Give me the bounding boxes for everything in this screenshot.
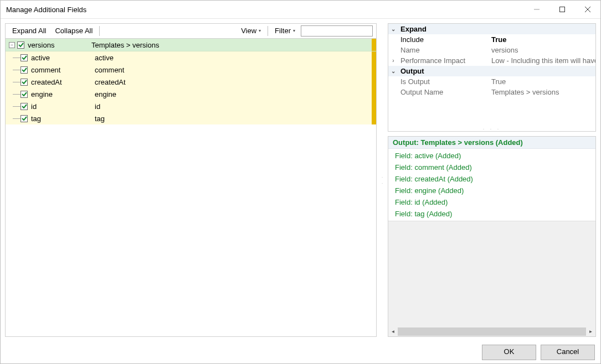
summary-list: Field: active (Added)Field: comment (Add… — [388, 149, 595, 221]
minimize-button[interactable] — [524, 1, 549, 18]
chevron-down-icon: ⌄ — [391, 66, 395, 76]
maximize-icon — [559, 7, 565, 12]
expand-all-button[interactable]: Expand All — [9, 25, 49, 37]
property-row-include[interactable]: Include True — [388, 34, 595, 45]
selection-accent — [372, 112, 376, 124]
checkbox[interactable] — [20, 54, 28, 61]
vertical-splitter[interactable]: · · · — [388, 127, 595, 131]
selection-accent — [372, 64, 376, 76]
node-alias: active — [95, 54, 376, 62]
summary-item: Field: engine (Added) — [388, 185, 595, 196]
tree-node-child[interactable]: engineengine — [6, 88, 376, 100]
chevron-right-icon: › — [392, 55, 394, 66]
tree-toolbar: Expand All Collapse All View ▾ Filter ▾ — [6, 24, 376, 39]
selection-accent — [372, 76, 376, 88]
maximize-button[interactable] — [549, 1, 575, 18]
node-name: createdAt — [31, 78, 62, 86]
property-row-is-output[interactable]: Is Output True — [388, 76, 595, 87]
node-name: versions — [28, 41, 54, 49]
window-title: Manage Additional Fields — [6, 6, 524, 14]
dialog-window: Manage Additional Fields Expand All Coll… — [0, 0, 601, 364]
selection-accent — [372, 88, 376, 100]
collapse-all-button[interactable]: Collapse All — [52, 25, 96, 37]
node-name: active — [31, 54, 50, 62]
node-alias: tag — [95, 115, 376, 123]
checkbox[interactable] — [20, 115, 28, 122]
summary-item: Field: comment (Added) — [388, 162, 595, 173]
node-alias: engine — [95, 90, 376, 98]
search-input[interactable] — [301, 25, 373, 37]
ok-button[interactable]: OK — [482, 345, 536, 360]
horizontal-scrollbar[interactable]: ◄ ► — [388, 327, 595, 336]
selection-accent — [372, 100, 376, 112]
summary-empty-area — [388, 221, 595, 327]
view-dropdown[interactable]: View ▾ — [238, 25, 264, 37]
fields-tree-panel: Expand All Collapse All View ▾ Filter ▾ — [5, 23, 377, 337]
tree-node-child[interactable]: tagtag — [6, 112, 376, 124]
checkbox[interactable] — [20, 66, 28, 74]
tree-node-child[interactable]: idid — [6, 100, 376, 112]
property-row-name[interactable]: Name versions — [388, 45, 595, 55]
tree-children: activeactivecommentcommentcreatedAtcreat… — [6, 51, 376, 124]
tree-line — [13, 94, 20, 95]
checkbox[interactable] — [17, 41, 24, 49]
changes-summary-panel: Output: Templates > versions (Added) Fie… — [388, 136, 596, 337]
selection-accent — [372, 51, 376, 64]
toolbar-separator — [99, 26, 100, 36]
scroll-track[interactable] — [398, 327, 586, 336]
node-name: tag — [31, 115, 41, 123]
property-group-expand[interactable]: ⌄ Expand — [388, 24, 595, 34]
property-row-output-name[interactable]: Output Name Templates > versions — [388, 87, 595, 97]
summary-item: Field: id (Added) — [388, 196, 595, 208]
node-name: comment — [31, 66, 60, 74]
client-area: Expand All Collapse All View ▾ Filter ▾ — [1, 19, 600, 341]
close-button[interactable] — [575, 1, 600, 18]
filter-label: Filter — [275, 25, 291, 37]
chevron-down-icon: ⌄ — [391, 24, 395, 34]
right-column: ⌄ Expand Include True Name versions — [388, 23, 596, 337]
tree-line — [13, 118, 20, 119]
tree-line — [13, 58, 20, 58]
tree-node-child[interactable]: commentcomment — [6, 64, 376, 76]
tree-line — [13, 106, 20, 107]
tree-line — [13, 70, 20, 70]
titlebar: Manage Additional Fields — [1, 1, 600, 19]
filter-dropdown[interactable]: Filter ▾ — [271, 25, 299, 37]
property-grid[interactable]: ⌄ Expand Include True Name versions — [388, 24, 595, 127]
toolbar-separator — [268, 26, 268, 36]
scroll-left-arrow-icon[interactable]: ◄ — [388, 327, 398, 336]
tree-line — [13, 82, 20, 82]
fields-tree[interactable]: − versions Templates > versions activeac… — [6, 39, 376, 336]
scroll-right-arrow-icon[interactable]: ► — [586, 327, 595, 336]
collapse-icon[interactable]: − — [9, 42, 15, 48]
tree-node-child[interactable]: createdAtcreatedAt — [6, 76, 376, 88]
summary-item: Field: tag (Added) — [388, 208, 595, 220]
node-path: Templates > versions — [91, 41, 376, 49]
checkbox[interactable] — [20, 103, 28, 110]
node-alias: id — [95, 102, 376, 111]
view-label: View — [241, 25, 256, 37]
tree-node-root[interactable]: − versions Templates > versions — [6, 39, 376, 51]
property-row-performance-impact[interactable]: › Performance Impact Low - Including thi… — [388, 55, 595, 66]
node-alias: createdAt — [95, 78, 376, 86]
scroll-thumb[interactable] — [398, 327, 586, 336]
checkbox[interactable] — [20, 79, 28, 86]
summary-item: Field: createdAt (Added) — [388, 173, 595, 185]
svg-rect-1 — [560, 7, 565, 12]
summary-header: Output: Templates > versions (Added) — [388, 137, 595, 149]
checkbox[interactable] — [20, 91, 28, 98]
node-name: id — [31, 102, 37, 111]
selection-accent — [372, 39, 376, 51]
close-icon — [585, 7, 590, 12]
chevron-down-icon: ▾ — [259, 25, 261, 37]
cancel-button[interactable]: Cancel — [541, 345, 595, 360]
node-name: engine — [31, 90, 53, 98]
horizontal-splitter[interactable]: ·· — [381, 23, 383, 337]
dialog-footer: OK Cancel — [1, 341, 600, 363]
node-alias: comment — [95, 66, 376, 74]
property-group-output[interactable]: ⌄ Output — [388, 66, 595, 76]
tree-node-child[interactable]: activeactive — [6, 51, 376, 64]
chevron-down-icon: ▾ — [293, 25, 295, 37]
minimize-icon — [534, 7, 540, 12]
property-grid-panel: ⌄ Expand Include True Name versions — [388, 23, 596, 132]
